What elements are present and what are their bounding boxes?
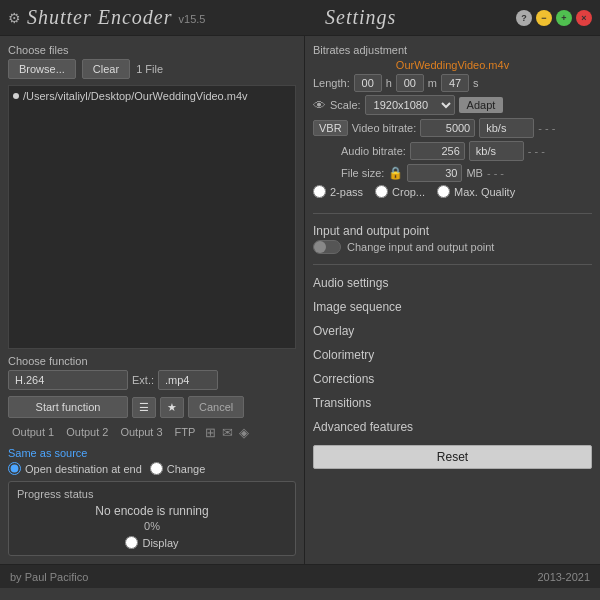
colorimetry-item[interactable]: Colorimetry <box>313 345 592 365</box>
file-dot-icon <box>13 93 19 99</box>
overlay-item[interactable]: Overlay <box>313 321 592 341</box>
audio-bitrate-unit-dropdown[interactable]: kb/s <box>469 141 524 161</box>
minimize-button[interactable]: − <box>536 10 552 26</box>
window-controls: ? − + × <box>516 10 592 26</box>
file-list-area: /Users/vitaliyl/Desktop/OurWeddingVideo.… <box>8 85 296 349</box>
title-bar-left: ⚙ Shutter Encoder v15.5 <box>8 6 205 29</box>
file-count: 1 File <box>136 63 163 75</box>
output3-tab[interactable]: Output 3 <box>116 424 166 440</box>
filesize-row: File size: 🔒 MB - - - <box>313 164 592 182</box>
audio-dashes: - - - <box>528 145 545 157</box>
open-destination-label[interactable]: Open destination at end <box>8 462 142 475</box>
start-function-button[interactable]: Start function <box>8 396 128 418</box>
lock-icon: 🔒 <box>388 166 403 180</box>
corrections-item[interactable]: Corrections <box>313 369 592 389</box>
video-bitrate-unit-dropdown[interactable]: kb/s <box>479 118 534 138</box>
progress-percent: 0% <box>17 520 287 532</box>
help-button[interactable]: ? <box>516 10 532 26</box>
close-button[interactable]: × <box>576 10 592 26</box>
function-dropdown[interactable]: H.264 <box>8 370 128 390</box>
clear-button[interactable]: Clear <box>82 59 130 79</box>
display-radio[interactable] <box>125 536 138 549</box>
display-row: Display <box>17 536 287 549</box>
start-row: Start function ☰ ★ Cancel <box>8 396 296 418</box>
file-item: /Users/vitaliyl/Desktop/OurWeddingVideo.… <box>13 90 291 102</box>
email-icon: ✉ <box>222 425 233 440</box>
browse-button[interactable]: Browse... <box>8 59 76 79</box>
ext-dropdown[interactable]: .mp4 <box>158 370 218 390</box>
maxquality-radio[interactable] <box>437 185 450 198</box>
app-title: Shutter Encoder <box>27 6 173 29</box>
transitions-item[interactable]: Transitions <box>313 393 592 413</box>
right-panel: Bitrates adjustment OurWeddingVideo.m4v … <box>305 36 600 564</box>
twopass-label[interactable]: 2-pass <box>313 185 363 198</box>
gear-icon[interactable]: ⚙ <box>8 10 21 26</box>
video-dashes: - - - <box>538 122 555 134</box>
length-row: Length: h m s <box>313 74 592 92</box>
change-dest-label[interactable]: Change <box>150 462 206 475</box>
maximize-button[interactable]: + <box>556 10 572 26</box>
app-version: v15.5 <box>179 13 206 25</box>
change-dest-radio[interactable] <box>150 462 163 475</box>
length-label: Length: <box>313 77 350 89</box>
advanced-features-item[interactable]: Advanced features <box>313 417 592 437</box>
cancel-button[interactable]: Cancel <box>188 396 244 418</box>
crop-label[interactable]: Crop... <box>375 185 425 198</box>
audio-bitrate-input[interactable] <box>410 142 465 160</box>
divider2 <box>313 264 592 265</box>
length-seconds-input[interactable] <box>441 74 469 92</box>
input-output-section: Input and output point Change input and … <box>313 222 592 256</box>
reset-button[interactable]: Reset <box>313 445 592 469</box>
audio-settings-item[interactable]: Audio settings <box>313 273 592 293</box>
toggle-row: Change input and output point <box>313 240 592 254</box>
destination-row: Open destination at end Change <box>8 462 296 475</box>
video-bitrate-input[interactable] <box>420 119 475 137</box>
main-content: Choose files Browse... Clear 1 File /Use… <box>0 36 600 564</box>
filename-display: OurWeddingVideo.m4v <box>313 59 592 71</box>
file-path: /Users/vitaliyl/Desktop/OurWeddingVideo.… <box>23 90 248 102</box>
bitrates-label: Bitrates adjustment <box>313 44 592 56</box>
choose-files-section: Choose files Browse... Clear 1 File <box>8 44 296 79</box>
s-label: s <box>473 77 479 89</box>
output-tabs: Output 1 Output 2 Output 3 FTP ⊞ ✉ ◈ <box>8 424 296 440</box>
filesize-input[interactable] <box>407 164 462 182</box>
vbr-row: VBR Video bitrate: kb/s - - - <box>313 118 592 138</box>
display-label[interactable]: Display <box>125 536 178 549</box>
filesize-label: File size: <box>341 167 384 179</box>
choose-function-label: Choose function <box>8 355 296 367</box>
year-label: 2013-2021 <box>537 571 590 583</box>
tab-icons: ⊞ ✉ ◈ <box>205 425 249 440</box>
crop-radio[interactable] <box>375 185 388 198</box>
scale-dropdown[interactable]: 1920x1080 <box>365 95 455 115</box>
function-row: H.264 Ext.: .mp4 <box>8 370 296 390</box>
list-icon-button[interactable]: ☰ <box>132 397 156 418</box>
scale-label: Scale: <box>330 99 361 111</box>
adapt-button[interactable]: Adapt <box>459 97 504 113</box>
input-output-toggle[interactable] <box>313 240 341 254</box>
filesize-unit: MB <box>466 167 483 179</box>
length-hours-input[interactable] <box>354 74 382 92</box>
change-input-output-label: Change input and output point <box>347 241 494 253</box>
twopass-radio[interactable] <box>313 185 326 198</box>
ftp-tab[interactable]: FTP <box>171 424 200 440</box>
same-as-source-label: Same as source <box>8 447 87 459</box>
speaker-icon: ◈ <box>239 425 249 440</box>
ext-label: Ext.: <box>132 374 154 386</box>
author-label: by Paul Pacifico <box>10 571 88 583</box>
open-destination-radio[interactable] <box>8 462 21 475</box>
progress-status-text: No encode is running <box>17 504 287 518</box>
m-label: m <box>428 77 437 89</box>
vbr-button[interactable]: VBR <box>313 120 348 136</box>
scale-row: 👁 Scale: 1920x1080 Adapt <box>313 95 592 115</box>
h-label: h <box>386 77 392 89</box>
maxquality-label[interactable]: Max. Quality <box>437 185 515 198</box>
star-icon-button[interactable]: ★ <box>160 397 184 418</box>
video-bitrate-label: Video bitrate: <box>352 122 417 134</box>
filesize-dashes: - - - <box>487 167 504 179</box>
bitrates-section: Bitrates adjustment OurWeddingVideo.m4v … <box>313 44 592 201</box>
bottom-bar: by Paul Pacifico 2013-2021 <box>0 564 600 588</box>
output2-tab[interactable]: Output 2 <box>62 424 112 440</box>
output1-tab[interactable]: Output 1 <box>8 424 58 440</box>
length-minutes-input[interactable] <box>396 74 424 92</box>
image-sequence-item[interactable]: Image sequence <box>313 297 592 317</box>
